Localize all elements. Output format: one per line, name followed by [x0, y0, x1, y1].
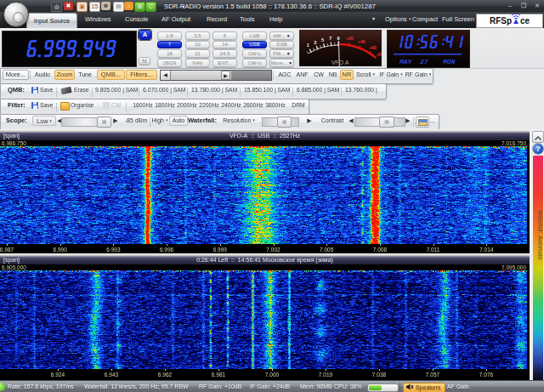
svg-text:5: 5 — [321, 37, 324, 43]
svg-text:+40: +40 — [358, 39, 366, 44]
svg-text:3: 3 — [314, 40, 316, 45]
svg-text:+20: +20 — [346, 36, 354, 41]
svg-text:7: 7 — [329, 36, 332, 41]
svg-text:1: 1 — [307, 43, 309, 48]
svg-text:9: 9 — [337, 36, 339, 41]
svg-text:+60: +60 — [369, 45, 377, 50]
svg-text:VFO A: VFO A — [332, 60, 349, 65]
svg-text:dB: dB — [377, 53, 382, 57]
